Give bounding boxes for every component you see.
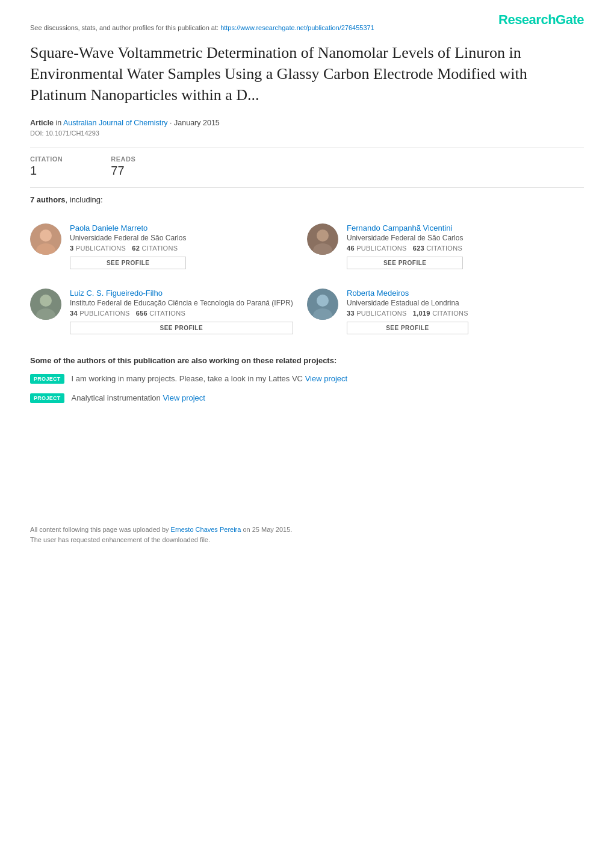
svg-point-10 [317,295,329,307]
author-card-2: Fernando Campanhã Vicentini Universidade… [307,214,584,279]
divider-2 [30,187,584,188]
footer-uploader-link[interactable]: Ernesto Chaves Pereira [171,526,241,533]
authors-section: 7 authors, including: Paola Daniele Marr… [30,195,584,344]
author-cites-2: 623 [413,245,424,252]
authors-grid: Paola Daniele Marreto Universidade Feder… [30,214,584,344]
author-name-1[interactable]: Paola Daniele Marreto [70,223,186,233]
reads-value: 77 [111,164,135,178]
author-avatar-4 [307,289,338,320]
author-pubs-2: 46 [347,245,355,252]
author-name-3[interactable]: Luiz C. S. Figueiredo-Filho [70,289,293,298]
footer-uploaded-text: All content following this page was uplo… [30,526,169,533]
article-preposition: in [55,119,61,127]
project-link-1[interactable]: View project [305,374,348,383]
article-date: January 2015 [174,119,220,127]
related-projects-section: Some of the authors of this publication … [30,356,584,404]
author-stats-4: 33 PUBLICATIONS 1,019 CITATIONS [347,310,468,317]
reads-label: READS [111,155,135,163]
authors-heading: 7 authors, including: [30,195,584,204]
author-cites-4: 1,019 [413,310,430,317]
project-badge-1: Project [30,374,64,384]
author-university-4: Universidade Estadual de Londrina [347,299,468,307]
footer: All content following this page was uplo… [30,525,584,546]
project-item-2: Project Analytical instrumentation View … [30,393,584,404]
author-info-2: Fernando Campanhã Vicentini Universidade… [347,223,463,269]
author-university-1: Universidade Federal de São Carlos [70,234,186,242]
author-university-3: Instituto Federal de Educação Ciência e … [70,299,293,307]
article-meta: Article in Australian Journal of Chemist… [30,119,584,127]
article-doi: DOI: 10.1071/CH14293 [30,130,584,137]
authors-heading-suffix: , including: [66,195,103,204]
author-university-2: Universidade Federal de São Carlos [347,234,463,242]
see-profile-btn-3[interactable]: SEE PROFILE [70,322,293,334]
author-cites-3: 656 [136,310,147,317]
author-stats-3: 34 PUBLICATIONS 656 CITATIONS [70,310,293,317]
researchgate-logo: ResearchGate [498,12,584,28]
article-journal[interactable]: Australian Journal of Chemistry [63,119,168,127]
footer-request-line: The user has requested enhancement of th… [30,535,584,546]
citation-value: 1 [30,164,63,178]
stats-row: CITATION 1 READS 77 [30,155,584,178]
author-pubs-1: 3 [70,245,73,252]
author-avatar-3 [30,289,61,320]
author-info-4: Roberta Medeiros Universidade Estadual d… [347,289,468,334]
author-card-4: Roberta Medeiros Universidade Estadual d… [307,279,584,344]
reads-stat: READS 77 [111,155,135,178]
author-info-1: Paola Daniele Marreto Universidade Feder… [70,223,186,269]
footer-upload-date: on 25 May 2015. [243,526,292,533]
author-stats-1: 3 PUBLICATIONS 62 CITATIONS [70,245,186,252]
related-projects-heading: Some of the authors of this publication … [30,356,584,365]
author-stats-2: 46 PUBLICATIONS 623 CITATIONS [347,245,463,252]
citation-stat: CITATION 1 [30,155,63,178]
citation-label: CITATION [30,155,63,163]
author-name-2[interactable]: Fernando Campanhã Vicentini [347,223,463,233]
author-name-4[interactable]: Roberta Medeiros [347,289,468,298]
see-profile-btn-1[interactable]: SEE PROFILE [70,257,186,269]
svg-point-4 [317,229,329,242]
author-cites-1: 62 [132,245,140,252]
author-avatar-1 [30,223,61,255]
author-info-3: Luiz C. S. Figueiredo-Filho Instituto Fe… [70,289,293,334]
project-text-1: I am working in many projects. Please, t… [72,373,348,384]
article-title: Square-Wave Voltammetric Determination o… [30,42,584,105]
author-pubs-3: 34 [70,310,78,317]
project-description-2: Analytical instrumentation [72,393,161,402]
svg-point-1 [40,229,52,242]
see-discussions-link[interactable]: https://www.researchgate.net/publication… [220,24,374,31]
svg-point-7 [40,295,52,307]
author-card-1: Paola Daniele Marreto Universidade Feder… [30,214,307,279]
see-profile-btn-2[interactable]: SEE PROFILE [347,257,463,269]
author-avatar-2 [307,223,338,255]
project-text-2: Analytical instrumentation View project [72,393,205,404]
footer-upload-line: All content following this page was uplo… [30,525,584,535]
see-discussions-text: See discussions, stats, and author profi… [30,24,219,31]
see-profile-btn-4[interactable]: SEE PROFILE [347,322,468,334]
author-card-3: Luiz C. S. Figueiredo-Filho Instituto Fe… [30,279,307,344]
author-pubs-4: 33 [347,310,355,317]
project-link-2[interactable]: View project [163,393,205,402]
article-type: Article [30,119,54,127]
project-description-1: I am working in many projects. Please, t… [72,374,303,383]
authors-count: 7 authors [30,195,66,204]
divider-1 [30,148,584,148]
project-badge-2: Project [30,393,64,403]
project-item-1: Project I am working in many projects. P… [30,373,584,384]
